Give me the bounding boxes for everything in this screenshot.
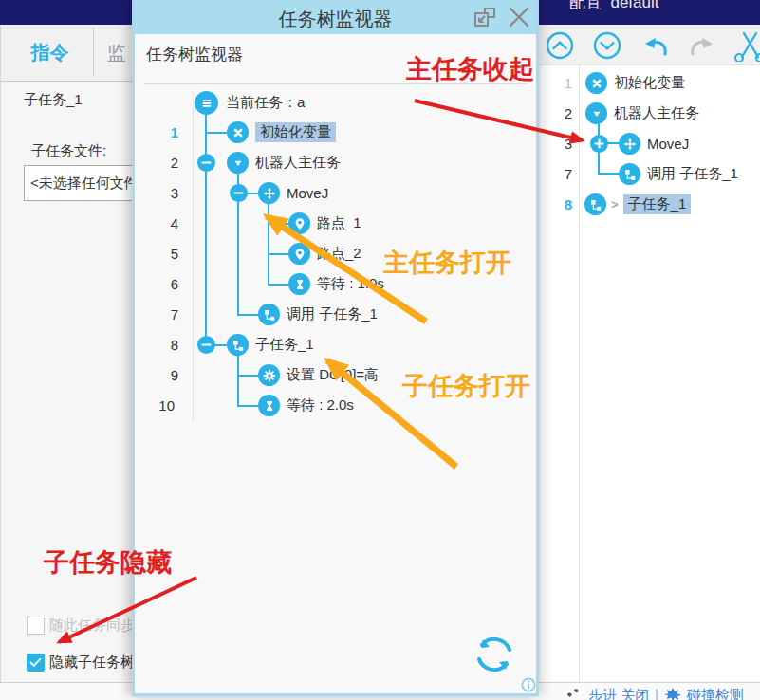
tree-row-label: 机器人主任务	[614, 104, 699, 122]
tree-row-call-subtask[interactable]: 调用 子任务_1	[619, 163, 738, 185]
close-icon[interactable]	[508, 6, 530, 28]
tree-row-waypoint1[interactable]: 路点_1	[288, 212, 361, 234]
tree-line	[268, 223, 289, 225]
line-number: 2	[544, 105, 572, 121]
tree-line	[607, 142, 619, 144]
tree-line	[268, 284, 289, 286]
subtask-title: 子任务_1	[24, 91, 83, 109]
x-icon	[585, 72, 607, 94]
line-number: 3	[150, 185, 178, 201]
tree-row-call-subtask[interactable]: 调用 子任务_1	[258, 304, 378, 325]
triangle-down-icon	[585, 102, 607, 124]
collision-detect-status[interactable]: 碰撞检测	[687, 687, 744, 700]
subtask-file-label: 子任务文件:	[31, 142, 106, 160]
expand-plus-icon[interactable]	[590, 135, 608, 153]
tree-row-wait1[interactable]: 等待 : 1.0s	[288, 273, 384, 295]
tree-row-label: 机器人主任务	[255, 154, 341, 172]
tree-row-movej[interactable]: MoveJ	[619, 133, 689, 155]
line-number: 6	[150, 276, 178, 292]
line-number: 5	[150, 246, 178, 262]
dialog-titlebar[interactable]: 任务树监视器	[135, 0, 536, 34]
line-number: 3	[544, 136, 572, 152]
pin-icon	[288, 212, 310, 234]
move-down-icon[interactable]	[595, 33, 620, 58]
x-icon	[227, 121, 249, 143]
tree-row-main-task[interactable]: 机器人主任务	[227, 152, 341, 174]
tree-row-label: MoveJ	[287, 185, 328, 201]
hourglass-icon	[258, 395, 280, 416]
tree-row-label: 初始化变量	[255, 122, 336, 142]
line-number: 1	[150, 124, 178, 140]
tree-row-init-vars[interactable]: 初始化变量	[585, 72, 685, 94]
tree-row-label: 当前任务：a	[226, 94, 305, 112]
annotation-open-main: 主任务打开	[383, 246, 511, 280]
info-icon[interactable]	[521, 677, 536, 692]
restore-icon[interactable]	[473, 7, 498, 29]
collapse-minus-icon[interactable]	[197, 154, 215, 172]
tree-row-label: 路点_1	[317, 214, 361, 232]
tree-row-label: MoveJ	[647, 136, 689, 152]
tree-row-main-task[interactable]: 机器人主任务	[585, 102, 699, 124]
sync-checkbox-row[interactable]: 随此任务同步	[27, 617, 135, 635]
tree-row-subtask1[interactable]: > 子任务_1	[584, 193, 691, 215]
status-separator: |	[655, 687, 658, 700]
redo-icon[interactable]	[693, 38, 713, 54]
subtree-icon	[584, 193, 606, 215]
tree-line	[205, 112, 207, 345]
tree-row-label: 设置 DO[0]=高	[287, 366, 379, 384]
dialog-subtitle: 任务树监视器	[146, 44, 243, 65]
move-up-icon[interactable]	[547, 33, 572, 58]
tab-divider	[93, 28, 94, 76]
undo-icon[interactable]	[645, 38, 665, 54]
tree-row-movej[interactable]: MoveJ	[258, 182, 328, 204]
tree-line	[237, 355, 239, 406]
collapse-minus-icon[interactable]	[230, 184, 248, 202]
gutter-divider	[579, 64, 580, 682]
annotation-collapse-main: 主任务收起	[406, 52, 534, 86]
checkmark-icon	[28, 654, 44, 671]
gear-icon	[258, 364, 280, 386]
tree-row-subtask1[interactable]: 子任务_1	[227, 334, 314, 356]
sync-checkbox[interactable]	[27, 617, 45, 635]
tree-row-label: 等待 : 2.0s	[287, 396, 354, 414]
chevron-right-icon[interactable]: >	[611, 197, 619, 212]
hide-subtree-checkbox[interactable]	[27, 654, 45, 672]
tree-row-init-vars[interactable]: 初始化变量	[227, 121, 336, 143]
tab-instruction[interactable]: 指令	[7, 25, 93, 80]
line-number: 9	[150, 367, 178, 383]
tree-row-waypoint2[interactable]: 路点_2	[288, 243, 361, 265]
hide-subtree-checkbox-row[interactable]: 隐藏子任务树	[27, 654, 135, 672]
line-number: 4	[150, 215, 178, 231]
tab-monitor[interactable]: 监	[107, 41, 126, 66]
tree-row-set-do[interactable]: 设置 DO[0]=高	[258, 364, 379, 386]
left-tab-bar: 指令 监	[1, 25, 134, 82]
config-label: 配置	[569, 0, 602, 11]
move-icon	[619, 133, 640, 155]
annotation-open-sub: 子任务打开	[402, 369, 530, 403]
move-icon	[258, 182, 280, 204]
pin-icon	[288, 243, 310, 265]
gutter-divider	[193, 91, 194, 422]
collision-icon	[664, 687, 681, 700]
tree-line	[237, 314, 259, 316]
tree-row-label: 初始化变量	[614, 74, 685, 92]
tree-row-current-task[interactable]: 当前任务：a	[195, 91, 305, 115]
config-value[interactable]: default	[610, 0, 658, 11]
program-tree-panel: 1 初始化变量 2 机器人主任务 3 MoveJ 7 调用 子任务_1 8 > …	[540, 25, 760, 682]
hide-subtree-checkbox-label: 隐藏子任务树	[49, 654, 135, 672]
step-status[interactable]: 步进 关闭	[588, 687, 649, 700]
hourglass-icon	[288, 273, 310, 295]
tree-row-label: 等待 : 1.0s	[317, 275, 384, 293]
tree-row-label: 子任务_1	[623, 194, 692, 214]
menu-icon	[195, 91, 218, 115]
left-panel: 指令 监 子任务_1 子任务文件: <未选择任何文件 随此任务同步 隐藏子任务树	[0, 25, 134, 682]
tree-row-label: 路点_2	[317, 245, 361, 263]
tree-row-wait2[interactable]: 等待 : 2.0s	[258, 395, 354, 416]
refresh-icon[interactable]	[472, 632, 517, 677]
collapse-minus-icon[interactable]	[197, 336, 215, 354]
cut-icon[interactable]	[735, 33, 760, 62]
tree-line	[205, 132, 227, 134]
tree-row-label: 调用 子任务_1	[647, 165, 738, 183]
line-number: 7	[150, 306, 178, 322]
task-tree-monitor-dialog: 任务树监视器 任务树监视器 当前任务：a 1 初始化变量 2 机器人主任务	[132, 0, 539, 696]
